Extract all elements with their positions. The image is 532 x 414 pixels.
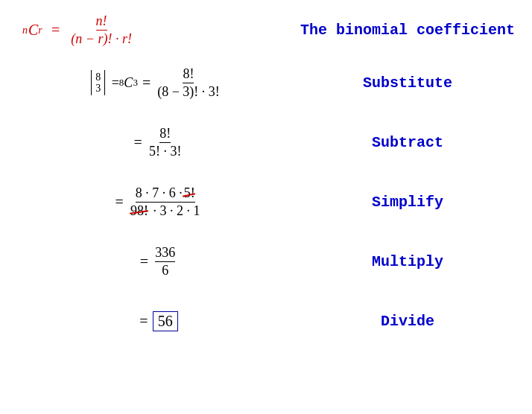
eq-part-divide: = 56 [15,299,298,343]
label-part-subtract: Subtract [298,134,517,151]
sub-3: 3 [133,77,138,89]
frac-ncr: n! (n − r)! · r! [71,13,132,47]
frac-subtract: 8! 5! · 3! [149,126,182,159]
row-multiply: = 336 6 Multiply [15,239,517,284]
row-subtract: = 8! 5! · 3! Subtract [15,120,517,165]
label-part-substitute: Substitute [298,74,517,92]
label-part-divide: Divide [298,313,517,330]
label-part-simplify: Simplify [298,194,517,211]
row-divide: = 56 Divide [15,299,517,343]
frac-num-4: 8 · 7 · 6 · 5! [136,185,195,203]
page: n C r = n! (n − r)! · r! The binomial co… [0,0,532,414]
frac-8-3: 8! (8 − 3)! · 3! [157,66,220,100]
strikethrough-5-num: 5! [184,185,195,201]
frac-den-2: (8 − 3)! · 3! [157,83,220,100]
eq-part-simplify: = 8 · 7 · 6 · 5! 98! · 3 · 2 · 1 [15,179,298,224]
frac-multiply: 336 6 [155,245,175,278]
strikethrough-98-den: 98! [130,203,148,219]
frac-num-5: 336 [155,245,175,262]
sub-r: r [38,25,42,36]
eq-part-multiply: = 336 6 [15,239,298,284]
frac-den-5: 6 [162,262,168,278]
row-substitute: 8 3 = 8 C 3 = 8! (8 − 3)! · 3! Substitut… [15,60,517,105]
label-substitute: Substitute [363,74,452,92]
label-binomial-coefficient: The binomial coefficient [300,22,515,39]
frac-den-4: 98! · 3 · 2 · 1 [130,203,200,219]
ncr-formula: n C r [22,22,42,39]
label-area-1: The binomial coefficient [298,22,517,39]
frac-num-2: 8! [183,66,194,83]
binom-bot: 3 [95,83,101,94]
equals-5: = [140,253,148,270]
row-formula-header: n C r = n! (n − r)! · r! The binomial co… [15,13,517,47]
big-c: C [28,22,38,39]
label-part-multiply: Multiply [298,253,517,270]
equals-4: = [115,194,124,211]
label-simplify: Simplify [372,194,443,211]
label-divide: Divide [381,313,434,330]
equals-3: = [134,134,142,151]
label-subtract: Subtract [372,134,443,151]
frac-num-3: 8! [159,126,171,143]
frac-den-3: 5! · 3! [149,143,182,159]
eq-part-substitute: 8 3 = 8 C 3 = 8! (8 − 3)! · 3! [15,60,298,105]
equals-6: = [139,313,148,330]
equals-binom: = [108,75,119,91]
frac-num-1: n! [96,13,107,31]
ncr-formula-area: n C r = n! (n − r)! · r! [15,13,298,47]
C-8-3: C [124,75,133,91]
eq-part-subtract: = 8! 5! · 3! [15,120,298,165]
binom-top: 8 [95,71,101,83]
frac-den-1: (n − r)! · r! [71,31,132,47]
equals-1: = [47,22,65,39]
frac-simplify: 8 · 7 · 6 · 5! 98! · 3 · 2 · 1 [130,185,200,219]
sub-n: n [22,25,28,36]
boxed-56: 56 [153,311,178,331]
row-simplify: = 8 · 7 · 6 · 5! 98! · 3 · 2 · 1 Simplif… [15,179,517,224]
equals-2: = [142,74,151,92]
binom-8-3: 8 3 [91,70,105,96]
label-multiply: Multiply [372,253,443,270]
